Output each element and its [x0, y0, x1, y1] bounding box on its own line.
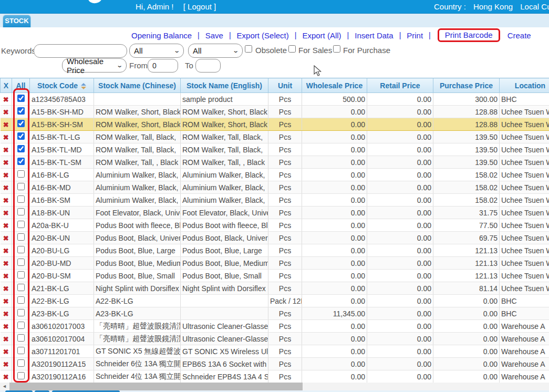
row-select-checkbox[interactable]	[17, 120, 25, 127]
horizontal-scrollbar[interactable]: ◄	[0, 383, 549, 390]
header-unit[interactable]: Unit	[268, 78, 302, 93]
row-select-checkbox[interactable]	[17, 284, 25, 291]
insert-data-link[interactable]: Insert Data	[355, 31, 393, 40]
header-stock-name-english[interactable]: Stock Name (English)	[181, 78, 268, 93]
location-cell: BHC	[500, 295, 549, 307]
row-select-checkbox[interactable]	[17, 221, 25, 228]
scrollbar-thumb[interactable]	[9, 383, 303, 390]
row-select-checkbox[interactable]	[17, 359, 25, 367]
delete-row-icon[interactable]: ✖	[3, 323, 9, 331]
delete-row-icon[interactable]: ✖	[3, 96, 9, 104]
delete-row-icon[interactable]: ✖	[3, 146, 9, 154]
price-type-select[interactable]: Wholesale Price ⌄	[62, 58, 127, 73]
row-select-checkbox[interactable]	[17, 334, 25, 342]
delete-row-icon[interactable]: ✖	[3, 133, 9, 141]
row-select-checkbox[interactable]	[17, 132, 25, 140]
purchase-price-cell: 0.00	[433, 307, 500, 320]
header-purchase-price[interactable]: Purchase Price	[433, 78, 500, 93]
retail-price-cell: 0.00	[367, 370, 433, 383]
logout-link[interactable]: [ Logout ]	[183, 2, 216, 11]
obsolete-checkbox[interactable]	[245, 45, 252, 53]
row-select-checkbox[interactable]	[17, 183, 25, 190]
stock-code-cell: A16-BK-SM	[30, 194, 94, 207]
purchase-price-cell: 158.02	[433, 181, 500, 194]
delete-row-icon[interactable]: ✖	[3, 222, 9, 230]
delete-row-icon[interactable]: ✖	[3, 159, 9, 167]
header-wholesale-price[interactable]: Wholesale Price	[302, 78, 367, 93]
wholesale-price-cell: 0.00	[302, 219, 367, 232]
header-stock-name-chinese[interactable]: Stock Name (Chinese)	[94, 78, 181, 93]
delete-row-icon[interactable]: ✖	[3, 285, 9, 293]
delete-row-icon[interactable]: ✖	[3, 335, 9, 343]
retail-price-cell: 0.00	[367, 295, 433, 307]
row-select-checkbox[interactable]	[17, 259, 25, 266]
table-row: ✖a306102017003「亮晴晴」超聲波眼鏡清潔Ultrasonic Cle…	[1, 320, 549, 333]
table-row: ✖A15-BK-SH-SMROM Walker, Short, BlackROM…	[1, 118, 549, 131]
wholesale-price-cell: 0.00	[302, 169, 367, 181]
row-cell-delete: ✖	[1, 320, 12, 333]
row-select-checkbox[interactable]	[17, 208, 25, 215]
for-sales-checkbox[interactable]	[288, 45, 296, 53]
row-select-checkbox[interactable]	[17, 170, 25, 178]
keywords-label: Keywords	[1, 46, 36, 55]
export-select-link[interactable]: Export (Select)	[237, 31, 289, 40]
unit-cell: Pack / 12P	[268, 295, 302, 307]
row-select-checkbox[interactable]	[17, 107, 25, 115]
for-purchase-checkbox[interactable]	[333, 45, 340, 53]
print-link[interactable]: Print	[407, 31, 423, 40]
opening-balance-link[interactable]: Opening Balance	[131, 31, 192, 40]
row-select-checkbox[interactable]	[17, 309, 25, 316]
stock-name-english-cell: Podus Boot, Black, Univer	[181, 232, 268, 244]
keywords-input[interactable]	[34, 44, 127, 58]
row-select-checkbox[interactable]	[17, 195, 25, 203]
delete-row-icon[interactable]: ✖	[3, 247, 9, 255]
stock-name-english-cell: Ultrasonic Cleaner-Glasse	[181, 320, 268, 333]
delete-row-icon[interactable]: ✖	[3, 310, 9, 318]
delete-row-icon[interactable]: ✖	[3, 297, 9, 305]
sort-arrows-icon[interactable]	[81, 83, 86, 89]
unit-cell: Pcs	[268, 181, 302, 194]
header-location[interactable]: Location	[500, 78, 549, 93]
price-to-input[interactable]	[195, 59, 221, 73]
row-select-checkbox[interactable]	[17, 372, 25, 379]
header-retail-price[interactable]: Retail Price	[367, 78, 433, 93]
toolbar-separator: |	[198, 31, 200, 39]
export-all-link[interactable]: Export (All)	[302, 31, 341, 40]
unit-cell: Pcs	[268, 194, 302, 207]
delete-row-icon[interactable]: ✖	[3, 272, 9, 280]
retail-price-cell: 0.00	[367, 93, 433, 106]
row-select-checkbox[interactable]	[17, 296, 25, 304]
purchase-price-cell: 77.50	[433, 219, 500, 232]
row-select-checkbox[interactable]	[17, 158, 25, 165]
row-select-checkbox[interactable]	[17, 271, 25, 278]
row-select-checkbox[interactable]	[17, 95, 25, 102]
delete-row-icon[interactable]: ✖	[3, 108, 9, 116]
row-select-checkbox[interactable]	[17, 145, 25, 152]
delete-row-icon[interactable]: ✖	[3, 121, 9, 129]
save-link[interactable]: Save	[205, 31, 223, 40]
delete-row-icon[interactable]: ✖	[3, 184, 9, 192]
row-select-checkbox[interactable]	[17, 246, 25, 253]
delete-row-icon[interactable]: ✖	[3, 209, 9, 217]
row-select-checkbox[interactable]	[17, 233, 25, 241]
delete-row-icon[interactable]: ✖	[3, 260, 9, 267]
header-select-all[interactable]: All	[12, 78, 30, 93]
category-select-1[interactable]: All ⌄	[129, 44, 184, 58]
delete-row-icon[interactable]: ✖	[3, 171, 9, 179]
create-link[interactable]: Create	[507, 31, 531, 40]
price-from-input[interactable]	[148, 59, 178, 73]
print-barcode-link[interactable]: Print Barcode	[445, 30, 493, 39]
scroll-left-arrow-icon[interactable]: ◄	[0, 383, 9, 390]
delete-row-icon[interactable]: ✖	[3, 373, 9, 381]
tab-stock[interactable]: STOCK	[3, 15, 31, 27]
stock-name-chinese-cell: Foot Elevator, Black, Unive	[94, 207, 181, 219]
header-stock-code[interactable]: Stock Code	[30, 78, 94, 93]
header-delete-all[interactable]: X	[1, 78, 12, 93]
category-select-2[interactable]: All ⌄	[188, 44, 243, 58]
delete-row-icon[interactable]: ✖	[3, 348, 9, 356]
delete-row-icon[interactable]: ✖	[3, 234, 9, 242]
row-select-checkbox[interactable]	[17, 322, 25, 329]
delete-row-icon[interactable]: ✖	[3, 360, 9, 368]
row-select-checkbox[interactable]	[17, 347, 25, 354]
delete-row-icon[interactable]: ✖	[3, 197, 9, 204]
